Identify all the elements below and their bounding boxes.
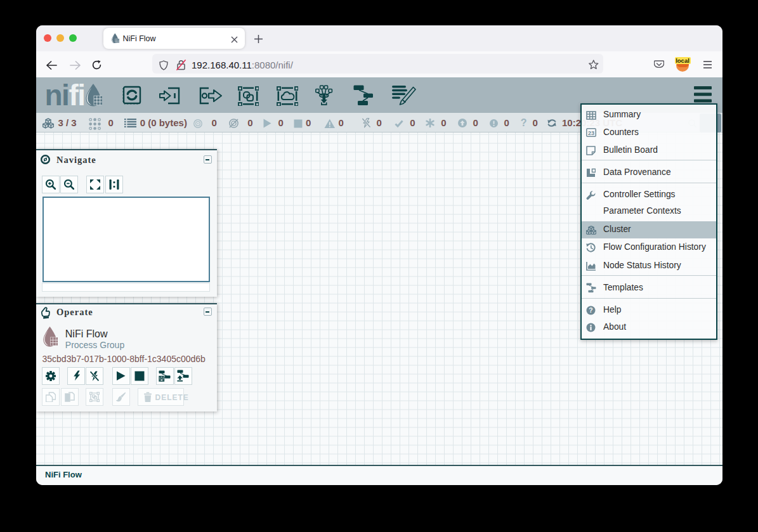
svg-text:23: 23 — [587, 130, 594, 136]
svg-text:?: ? — [589, 306, 592, 314]
